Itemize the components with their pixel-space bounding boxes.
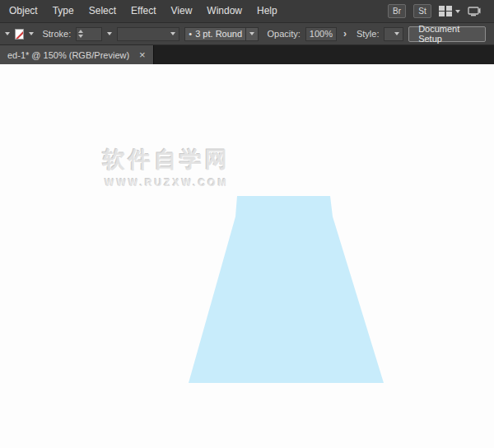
chevron-down-icon bbox=[455, 10, 460, 13]
graphic-style-dropdown[interactable] bbox=[384, 27, 403, 41]
control-bar: Stroke: • 3 pt. Round Opacity: 100% › St… bbox=[0, 22, 494, 45]
arrange-documents-icon bbox=[439, 6, 452, 16]
stroke-weight-dropdown-chevron-icon[interactable] bbox=[107, 32, 112, 35]
fill-dropdown-chevron-icon[interactable] bbox=[5, 32, 10, 35]
document-tab-title: ed-1* @ 150% (RGB/Preview) bbox=[7, 50, 129, 60]
stroke-none-swatch[interactable] bbox=[15, 29, 24, 40]
close-icon[interactable]: × bbox=[139, 49, 146, 60]
stroke-label: Stroke: bbox=[42, 29, 71, 39]
document-setup-button[interactable]: Document Setup bbox=[408, 26, 486, 42]
menu-window[interactable]: Window bbox=[199, 0, 249, 22]
menu-effect[interactable]: Effect bbox=[124, 0, 163, 22]
illustrator-window: Object Type Select Effect View Window He… bbox=[0, 0, 494, 448]
brush-name: 3 pt. Round bbox=[195, 29, 242, 39]
arrange-documents-button[interactable] bbox=[439, 6, 460, 16]
menu-view[interactable]: View bbox=[164, 0, 200, 22]
menu-help[interactable]: Help bbox=[249, 0, 285, 22]
chevron-down-icon bbox=[394, 32, 399, 35]
menu-bar-right: Br St bbox=[388, 4, 494, 18]
stroke-weight-stepper[interactable] bbox=[76, 27, 102, 41]
menu-bar: Object Type Select Effect View Window He… bbox=[0, 0, 494, 22]
artboard-artwork bbox=[0, 64, 494, 448]
document-tab-bar: ed-1* @ 150% (RGB/Preview) × bbox=[0, 45, 494, 64]
flask-shape[interactable] bbox=[189, 196, 384, 383]
screen-mode-icon[interactable] bbox=[468, 6, 481, 17]
chevron-down-icon bbox=[170, 32, 175, 35]
width-profile-dropdown[interactable] bbox=[117, 27, 180, 41]
style-label: Style: bbox=[357, 29, 380, 39]
menu-type[interactable]: Type bbox=[45, 0, 82, 22]
divider bbox=[245, 28, 246, 40]
stock-button[interactable]: St bbox=[413, 4, 431, 18]
document-tab[interactable]: ed-1* @ 150% (RGB/Preview) × bbox=[0, 45, 154, 64]
opacity-label: Opacity: bbox=[267, 29, 300, 39]
opacity-flyout-icon[interactable]: › bbox=[342, 28, 348, 40]
stroke-dropdown-chevron-icon[interactable] bbox=[29, 32, 34, 35]
chevron-down-icon bbox=[249, 32, 254, 35]
brush-definition-dropdown[interactable]: • 3 pt. Round bbox=[184, 27, 259, 41]
menu-select[interactable]: Select bbox=[82, 0, 124, 22]
canvas-area[interactable]: 软件自学网 WWW.RUZXW.COM bbox=[0, 64, 494, 448]
bridge-button[interactable]: Br bbox=[388, 4, 406, 18]
brush-bullet-icon: • bbox=[189, 29, 192, 39]
opacity-value: 100% bbox=[310, 29, 333, 39]
opacity-field[interactable]: 100% bbox=[305, 27, 337, 41]
menu-object[interactable]: Object bbox=[2, 0, 45, 22]
stepper-arrows-icon[interactable] bbox=[78, 30, 83, 38]
